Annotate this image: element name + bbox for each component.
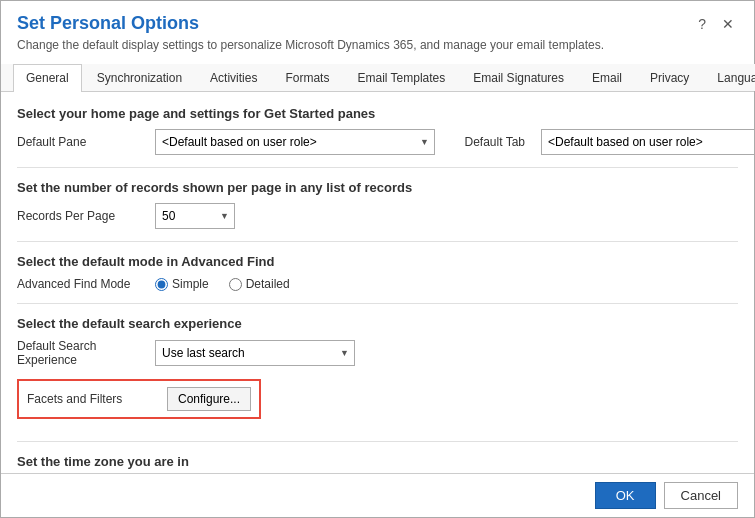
tabs-bar: General Synchronization Activities Forma… [1,64,754,92]
default-pane-select-wrapper: <Default based on user role> [155,129,435,155]
radio-simple-text: Simple [172,277,209,291]
dialog-header: Set Personal Options ? ✕ Change the defa… [1,1,754,56]
radio-simple-label[interactable]: Simple [155,277,209,291]
close-button[interactable]: ✕ [718,14,738,34]
search-section-title: Select the default search experience [17,316,738,331]
tab-synchronization[interactable]: Synchronization [84,64,195,91]
advanced-find-row: Advanced Find Mode Simple Detailed [17,277,738,291]
tab-general[interactable]: General [13,64,82,92]
default-tab-label: Default Tab [443,135,533,149]
tab-email-templates[interactable]: Email Templates [344,64,458,91]
dialog: Set Personal Options ? ✕ Change the defa… [0,0,755,518]
default-tab-select[interactable]: <Default based on user role> [541,129,754,155]
dialog-footer: OK Cancel [1,473,754,517]
search-select-wrapper: Use last search [155,340,355,366]
search-label: Default Search [17,339,147,353]
dialog-body: Select your home page and settings for G… [1,92,754,473]
records-section-title: Set the number of records shown per page… [17,180,738,195]
records-per-page-label: Records Per Page [17,209,147,223]
tab-privacy[interactable]: Privacy [637,64,702,91]
cancel-button[interactable]: Cancel [664,482,738,509]
tab-email[interactable]: Email [579,64,635,91]
home-page-section-title: Select your home page and settings for G… [17,106,738,121]
radio-detailed[interactable] [229,278,242,291]
tab-email-signatures[interactable]: Email Signatures [460,64,577,91]
ok-button[interactable]: OK [595,482,656,509]
separator-3 [17,303,738,304]
search-label-stacked: Default Search Experience [17,339,147,367]
tab-languages[interactable]: Languages [704,64,755,91]
search-select[interactable]: Use last search [155,340,355,366]
default-pane-select[interactable]: <Default based on user role> [155,129,435,155]
help-button[interactable]: ? [694,14,710,34]
records-per-page-select-wrapper: 50 [155,203,235,229]
advanced-find-section-title: Select the default mode in Advanced Find [17,254,738,269]
tab-formats[interactable]: Formats [272,64,342,91]
radio-detailed-text: Detailed [246,277,290,291]
facets-filters-label: Facets and Filters [27,392,157,406]
advanced-find-radio-group: Simple Detailed [155,277,290,291]
facets-filters-row: Facets and Filters Configure... [17,379,261,419]
timezone-section-title: Set the time zone you are in [17,454,738,469]
records-per-page-row: Records Per Page 50 [17,203,738,229]
radio-simple[interactable] [155,278,168,291]
dialog-title-icons: ? ✕ [694,14,738,34]
dialog-title: Set Personal Options [17,13,199,34]
search-label-2: Experience [17,353,147,367]
advanced-find-label: Advanced Find Mode [17,277,147,291]
separator-2 [17,241,738,242]
separator-1 [17,167,738,168]
records-per-page-select[interactable]: 50 [155,203,235,229]
default-pane-label: Default Pane [17,135,147,149]
radio-detailed-label[interactable]: Detailed [229,277,290,291]
tab-activities[interactable]: Activities [197,64,270,91]
separator-4 [17,441,738,442]
default-pane-row: Default Pane <Default based on user role… [17,129,738,155]
configure-button[interactable]: Configure... [167,387,251,411]
dialog-subtitle: Change the default display settings to p… [17,38,738,52]
default-tab-select-wrapper: <Default based on user role> [541,129,754,155]
search-row: Default Search Experience Use last searc… [17,339,738,367]
